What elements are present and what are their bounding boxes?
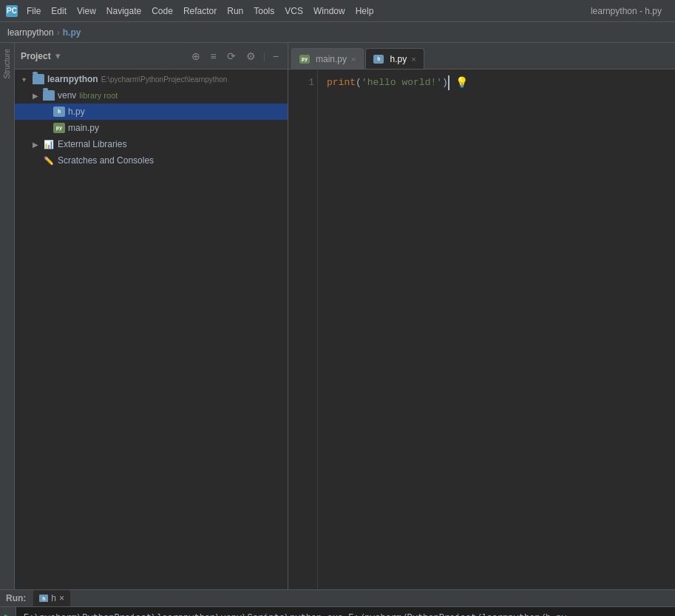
run-play-button[interactable]: ▶ [1, 610, 15, 616]
breadcrumb-project[interactable]: learnpython [7, 27, 54, 38]
run-tab-close[interactable]: × [59, 593, 64, 603]
run-body: ▶ ■ ↷ ↓ ⇔ 📌 🗑 E:\pycharm\PythonProject\l… [0, 607, 675, 616]
window-title: learnpython - h.py [591, 6, 662, 16]
tree-label-ext-libs: External Libraries [58, 139, 126, 149]
run-tab-h[interactable]: h h × [33, 590, 70, 606]
line-number-1: 1 [291, 75, 314, 90]
editor-area: py main.py × h h.py × 1 print('hello wor… [288, 43, 675, 589]
menu-navigate[interactable]: Navigate [102, 4, 146, 18]
structure-side-panel: Structure [0, 43, 15, 589]
h-py-tab-label: h.py [390, 54, 407, 64]
code-string-literal: 'hello world!' [362, 75, 442, 90]
bulb-icon[interactable]: 💡 [455, 75, 468, 90]
h-py-file-icon: h [53, 106, 65, 117]
bottom-panel: Run: h h × ▶ ■ ↷ ↓ ⇔ 📌 🗑 E:\pycharm\Pyth… [0, 589, 675, 616]
collapse-icon[interactable]: ≡ [208, 49, 220, 64]
menu-edit[interactable]: Edit [47, 4, 71, 18]
run-output-area: E:\pycharm\PythonProject\learnpython\ven… [16, 607, 675, 616]
settings-icon[interactable]: ⚙ [243, 49, 259, 64]
tree-item-h-py[interactable]: h h.py [15, 104, 288, 120]
tree-item-venv[interactable]: ▶ venv library root [15, 87, 288, 104]
code-print-keyword: print [327, 75, 356, 90]
menu-vcs[interactable]: VCS [280, 4, 308, 18]
menu-refactor[interactable]: Refactor [179, 4, 221, 18]
editor-tabs: py main.py × h h.py × [288, 43, 675, 70]
project-dropdown-icon[interactable]: ▾ [55, 50, 61, 61]
tree-item-learnpython[interactable]: ▾ learnpython E:\pycharm\PythonProject\l… [15, 71, 288, 87]
arrow-venv: ▶ [33, 92, 43, 100]
code-line-1: print('hello world!') 💡 [327, 75, 666, 90]
breadcrumb-separator: › [57, 27, 60, 38]
main-layout: Structure Project ▾ ⊕ ≡ ⟳ ⚙ | − ▾ learnp… [0, 43, 675, 589]
menu-tools[interactable]: Tools [249, 4, 279, 18]
tab-main-py[interactable]: py main.py × [291, 48, 364, 69]
folder-icon-venv [43, 90, 55, 101]
menu-view[interactable]: View [72, 4, 101, 18]
run-tab-label: h [51, 593, 56, 603]
editor-content: 1 print('hello world!') 💡 [288, 70, 675, 589]
project-tree: ▾ learnpython E:\pycharm\PythonProject\l… [15, 70, 288, 589]
run-content: E:\pycharm\PythonProject\learnpython\ven… [16, 607, 675, 616]
h-py-tab-close[interactable]: × [411, 55, 415, 64]
scratches-icon: ✏️ [43, 155, 55, 166]
breadcrumb-file[interactable]: h.py [63, 27, 81, 38]
tree-label-main-py: main.py [68, 123, 99, 133]
tab-h-py[interactable]: h h.py × [365, 48, 424, 69]
folder-icon-learnpython [33, 74, 44, 84]
run-tab-h-icon: h [39, 595, 48, 602]
tree-label-h-py: h.py [68, 106, 85, 117]
main-py-file-icon: py [53, 123, 65, 133]
title-bar: PC File Edit View Navigate Code Refactor… [0, 0, 675, 22]
menu-help[interactable]: Help [351, 4, 379, 18]
code-close-paren: ) [442, 75, 450, 90]
project-panel: Project ▾ ⊕ ≡ ⟳ ⚙ | − ▾ learnpython E:\p… [15, 43, 288, 589]
menu-run[interactable]: Run [223, 4, 248, 18]
main-py-tab-icon: py [299, 55, 310, 64]
toolbar-separator: | [263, 51, 265, 61]
project-toolbar: Project ▾ ⊕ ≡ ⟳ ⚙ | − [15, 43, 288, 70]
main-py-tab-close[interactable]: × [351, 55, 356, 64]
tree-venv-libroot: library root [79, 91, 118, 100]
project-panel-label: Project [21, 51, 51, 61]
code-area[interactable]: print('hello world!') 💡 [318, 70, 675, 589]
run-label: Run: [6, 593, 26, 603]
menu-window[interactable]: Window [309, 4, 350, 18]
run-output-path: E:\pycharm\PythonProject\learnpython\ven… [24, 612, 668, 616]
ext-lib-icon: 📊 [43, 139, 55, 149]
tree-item-scratches[interactable]: ✏️ Scratches and Consoles [15, 152, 288, 169]
h-py-tab-icon: h [373, 55, 384, 64]
menu-code[interactable]: Code [147, 4, 177, 18]
menu-file[interactable]: File [22, 4, 45, 18]
code-open-paren: ( [356, 75, 362, 90]
run-side-toolbar: ▶ ■ ↷ ↓ ⇔ 📌 🗑 [0, 607, 16, 616]
add-icon[interactable]: ⊕ [189, 49, 203, 64]
tree-item-external-libs[interactable]: ▶ 📊 External Libraries [15, 136, 288, 152]
tree-path-learnpython: E:\pycharm\PythonProject\learnpython [101, 75, 228, 84]
structure-label[interactable]: Structure [1, 43, 13, 85]
menu-bar: File Edit View Navigate Code Refactor Ru… [22, 4, 591, 18]
arrow-learnpython: ▾ [22, 75, 33, 84]
sync-icon[interactable]: ⟳ [224, 49, 239, 64]
app-icon: PC [6, 5, 18, 17]
tree-label-scratches: Scratches and Consoles [58, 155, 154, 166]
arrow-ext-libs: ▶ [33, 141, 43, 149]
tree-item-main-py[interactable]: py main.py [15, 120, 288, 136]
breadcrumb-bar: learnpython › h.py [0, 22, 675, 43]
main-py-tab-label: main.py [316, 54, 347, 64]
tree-label-venv: venv [58, 90, 76, 101]
tree-label-learnpython: learnpython [47, 74, 98, 84]
minimize-icon[interactable]: − [270, 49, 282, 64]
run-tabs: Run: h h × [0, 590, 675, 607]
line-numbers: 1 [288, 70, 318, 589]
